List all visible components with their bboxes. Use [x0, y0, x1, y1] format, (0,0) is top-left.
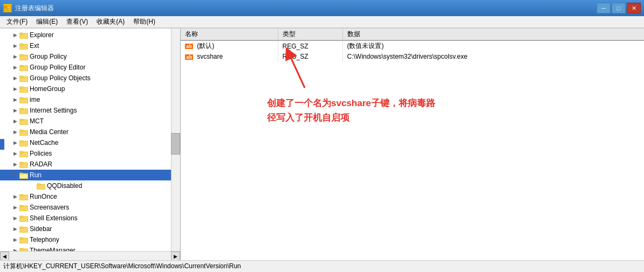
expand-grouppolicy[interactable]: ▶: [11, 52, 19, 61]
folder-icon-mct: [19, 118, 28, 125]
tree-node-grouppolicyeditor[interactable]: ▶ Group Policy Editor: [0, 62, 180, 73]
expand-explorer[interactable]: ▶: [11, 31, 19, 39]
menu-help[interactable]: 帮助(H): [129, 16, 160, 27]
expand-ext[interactable]: ▶: [11, 41, 19, 50]
expand-radar[interactable]: ▶: [11, 160, 19, 169]
tree-scrollbar[interactable]: [171, 29, 180, 260]
tree-node-ext[interactable]: ▶ Ext: [0, 40, 180, 51]
annotation-arrow: [278, 47, 332, 90]
svg-rect-11: [19, 65, 23, 67]
node-label-grouppolicy: Group Policy: [30, 53, 67, 60]
type-badge-svcshare: ab: [185, 54, 193, 60]
tree-node-telephony[interactable]: ▶ Telephony: [0, 234, 180, 245]
tree-node-homegroup[interactable]: ▶ HomeGroup: [0, 83, 180, 94]
tree-node-run[interactable]: ▼ Run: [0, 170, 180, 180]
tree-node-policies[interactable]: ▶ Policies: [0, 148, 180, 159]
tree-node-grouppolicy[interactable]: ▶ Group Policy: [0, 51, 180, 62]
tree-node-grouppolicyobjects[interactable]: ▶ Group Policy Objects: [0, 73, 180, 83]
col-header-data[interactable]: 数据: [342, 29, 644, 40]
menu-file[interactable]: 文件(F): [2, 16, 32, 27]
menu-favorites[interactable]: 收藏夹(A): [92, 16, 129, 27]
folder-icon-grouppolicyobjects: [19, 75, 28, 82]
node-label-run: Run: [30, 171, 42, 179]
tree-node-netcache[interactable]: ▶ NetCache: [0, 137, 180, 148]
node-label-explorer: Explorer: [30, 31, 54, 39]
expand-shellextensions[interactable]: ▶: [11, 214, 19, 222]
hscroll-track: [9, 252, 171, 260]
maximize-button[interactable]: □: [612, 3, 626, 13]
type-badge-default: ab: [185, 44, 193, 49]
tree-node-screensavers[interactable]: ▶ Screensavers: [0, 202, 180, 213]
node-label-runonce: RunOnce: [30, 193, 57, 200]
svg-rect-21: [19, 119, 23, 121]
tree-node-runonce[interactable]: ▶ RunOnce: [0, 191, 180, 202]
hscroll-left-btn[interactable]: ◀: [0, 252, 9, 260]
folder-icon-runonce: [19, 193, 28, 200]
tree-node-radar[interactable]: ▶ RADAR: [0, 159, 180, 170]
svg-rect-34: [37, 184, 40, 185]
folder-icon-mediacenter: [19, 129, 28, 136]
node-label-grouppolicyobjects: Group Policy Objects: [30, 74, 91, 82]
tree-node-ime[interactable]: ▶ ime: [0, 94, 180, 105]
expand-mct[interactable]: ▶: [11, 117, 19, 125]
tree-node-sidebar[interactable]: ▶ Sidebar: [0, 224, 180, 234]
cell-name-default: ab (默认): [181, 40, 278, 51]
tree-panel[interactable]: ▶ Explorer ▶ Ext ▶ Group Poli: [0, 29, 181, 260]
menu-view[interactable]: 查看(V): [62, 16, 92, 27]
tree-node-explorer[interactable]: ▶ Explorer: [0, 30, 180, 40]
folder-icon-run: [19, 172, 28, 179]
svg-rect-42: [19, 227, 23, 228]
expand-ime[interactable]: ▶: [11, 95, 19, 104]
left-indicator: [0, 139, 4, 150]
right-panel: 名称 类型 数据 ab (默认) REG_SZ (数值未设置): [181, 29, 644, 260]
tree-node-mct[interactable]: ▶ MCT: [0, 116, 180, 127]
expand-sidebar[interactable]: ▶: [11, 225, 19, 233]
svg-rect-31: [19, 173, 23, 175]
annotation-overlay: 创建了一个名为svcshare子键，将病毒路径写入了开机自启项: [262, 55, 435, 125]
svg-rect-36: [19, 194, 23, 196]
hscroll-right-btn[interactable]: ▶: [171, 252, 180, 260]
expand-telephony[interactable]: ▶: [11, 235, 19, 244]
tree-node-qqdisabled[interactable]: ▶ QQDisabled: [0, 180, 180, 191]
expand-grouppolicyobjects[interactable]: ▶: [11, 74, 19, 82]
name-value-default: (默认): [197, 42, 214, 50]
minimize-button[interactable]: ─: [597, 3, 611, 13]
expand-runonce[interactable]: ▶: [11, 192, 19, 201]
name-value-svcshare: svcshare: [197, 53, 223, 60]
folder-icon-policies: [19, 150, 28, 157]
svg-line-48: [289, 53, 305, 88]
svg-rect-7: [19, 44, 23, 45]
expand-screensavers[interactable]: ▶: [11, 203, 19, 212]
expand-mediacenter[interactable]: ▶: [11, 128, 19, 136]
tree-node-internetsettings[interactable]: ▶ Internet Settings: [0, 105, 180, 116]
svg-rect-44: [19, 238, 23, 239]
window-title: 注册表编辑器: [15, 4, 54, 13]
expand-grouppolicyeditor[interactable]: ▶: [11, 63, 19, 72]
cell-data-default: (数值未设置): [342, 40, 644, 51]
title-bar: 注册表编辑器 ─ □ ✕: [0, 0, 644, 16]
col-header-name[interactable]: 名称: [181, 29, 278, 40]
expand-policies[interactable]: ▶: [11, 149, 19, 158]
svg-rect-19: [19, 108, 23, 110]
expand-homegroup[interactable]: ▶: [11, 85, 19, 93]
expand-run[interactable]: ▼: [11, 171, 19, 179]
title-bar-left: 注册表编辑器: [3, 4, 54, 13]
expand-internetsettings[interactable]: ▶: [11, 106, 19, 115]
col-header-type[interactable]: 类型: [278, 29, 342, 40]
node-label-homegroup: HomeGroup: [30, 85, 65, 93]
svg-rect-17: [19, 97, 23, 99]
regedit-icon: [3, 4, 12, 12]
expand-netcache[interactable]: ▶: [11, 138, 19, 147]
folder-icon-homegroup: [19, 86, 28, 93]
node-label-policies: Policies: [30, 150, 52, 157]
menu-edit[interactable]: 编辑(E): [32, 16, 62, 27]
svg-rect-23: [19, 130, 23, 131]
folder-icon-screensavers: [19, 204, 28, 211]
table-row[interactable]: ab (默认) REG_SZ (数值未设置): [181, 40, 644, 51]
tree-node-mediacenter[interactable]: ▶ Media Center: [0, 127, 180, 137]
tree-scrollbar-thumb[interactable]: [171, 133, 180, 155]
tree-hscroll[interactable]: ◀ ▶: [0, 251, 180, 260]
folder-icon-qqdisabled: [37, 183, 45, 190]
close-button[interactable]: ✕: [627, 3, 641, 13]
tree-node-shellextensions[interactable]: ▶ Shell Extensions: [0, 213, 180, 224]
